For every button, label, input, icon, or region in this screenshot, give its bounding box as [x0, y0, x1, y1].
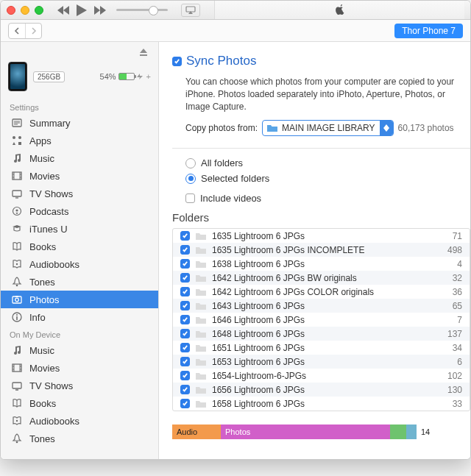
folder-row[interactable]: 1646 Lightroom 6 JPGs7: [173, 313, 470, 327]
folder-row[interactable]: 1635 Lightroom 6 JPGs INCOMPLETE498: [173, 243, 470, 257]
sidebar-item-books[interactable]: Books: [1, 238, 158, 255]
zoom-window-button[interactable]: [35, 6, 43, 15]
folder-count: 7: [442, 315, 462, 325]
sidebar-item-apps[interactable]: Apps: [1, 132, 158, 149]
apps-icon: [11, 135, 23, 146]
folder-row[interactable]: 1653 Lightroom 6 JPGs6: [173, 355, 470, 369]
sidebar-item-books[interactable]: Books: [1, 394, 158, 412]
folder-row[interactable]: 1658 Lightroom 6 JPGs33: [173, 397, 470, 411]
sidebar-item-info[interactable]: Info: [1, 308, 158, 326]
music-icon: [11, 152, 23, 164]
sidebar-item-label: Music: [29, 345, 54, 356]
sidebar-item-label: TV Shows: [29, 188, 73, 199]
sidebar-item-movies[interactable]: Movies: [1, 167, 158, 185]
folder-checkbox[interactable]: [180, 385, 190, 394]
folder-row[interactable]: 1635 Lightroom 6 JPGs71: [173, 229, 470, 243]
tones-icon: [11, 433, 23, 444]
folder-checkbox[interactable]: [180, 371, 190, 380]
folder-name: 1653 Lightroom 6 JPGs: [212, 357, 436, 367]
sidebar-item-summary[interactable]: Summary: [1, 114, 158, 132]
sidebar-item-tv-shows[interactable]: TV Shows: [1, 185, 158, 202]
itunesu-icon: [11, 223, 23, 235]
sidebar-item-music[interactable]: Music: [1, 341, 158, 359]
device-name-pill[interactable]: Thor Phone 7: [394, 24, 463, 38]
svg-rect-34: [15, 296, 18, 297]
nav-back-button[interactable]: [9, 24, 25, 38]
folder-count: 33: [442, 399, 462, 409]
source-popup[interactable]: MAIN IMAGE LIBRARY: [262, 120, 393, 136]
folder-name: 1646 Lightroom 6 JPGs: [212, 315, 436, 325]
svg-marker-3: [94, 6, 100, 15]
section-label-settings: Settings: [1, 99, 158, 114]
folder-row[interactable]: 1642 Lightroom 6 JPGs BW originals32: [173, 271, 470, 285]
airplay-button[interactable]: [181, 4, 200, 17]
folder-checkbox[interactable]: [180, 259, 190, 269]
folder-row[interactable]: 1654-Lightroom-6-JPGs102: [173, 369, 470, 383]
playback-controls: [57, 4, 200, 17]
folder-row[interactable]: 1638 Lightroom 6 JPGs4: [173, 257, 470, 271]
folder-checkbox[interactable]: [180, 315, 190, 324]
sidebar-item-photos[interactable]: Photos: [1, 291, 158, 308]
folder-checkbox[interactable]: [180, 329, 190, 338]
source-popup-label: MAIN IMAGE LIBRARY: [282, 123, 379, 133]
include-videos-checkbox[interactable]: [185, 193, 195, 203]
sidebar: 256GB 54% + Settings SummaryAppsMusicMov…: [1, 42, 159, 459]
folder-checkbox[interactable]: [180, 245, 190, 255]
folder-row[interactable]: 1643 Lightroom 6 JPGs65: [173, 299, 470, 313]
itunes-window: Thor Phone 7 256GB 54% + Settings Summar…: [0, 0, 471, 460]
folder-checkbox[interactable]: [180, 399, 190, 408]
close-window-button[interactable]: [7, 6, 15, 15]
sidebar-item-tones[interactable]: Tones: [1, 273, 158, 291]
sidebar-item-tones[interactable]: Tones: [1, 430, 158, 447]
svg-marker-51: [383, 128, 389, 132]
volume-slider[interactable]: [116, 9, 168, 11]
battery-icon: [118, 73, 135, 80]
sidebar-item-audiobooks[interactable]: Audiobooks: [1, 412, 158, 430]
folder-checkbox[interactable]: [180, 357, 190, 366]
apple-logo-icon: [334, 2, 346, 18]
nav-forward-button[interactable]: [25, 24, 41, 38]
movies-icon: [11, 362, 23, 374]
sidebar-item-podcasts[interactable]: Podcasts: [1, 202, 158, 220]
next-track-button[interactable]: [94, 6, 106, 15]
photo-count-label: 60,173 photos: [398, 123, 454, 133]
sidebar-item-itunes-u[interactable]: iTunes U: [1, 220, 158, 238]
folder-count: 6: [442, 357, 462, 367]
folder-icon: [195, 274, 207, 283]
folder-icon: [195, 399, 207, 408]
folder-count: 130: [442, 385, 462, 395]
folder-checkbox[interactable]: [180, 343, 190, 352]
selected-folders-row[interactable]: Selected folders: [185, 173, 470, 184]
folder-row[interactable]: 1656 Lightroom 6 JPGs130: [173, 383, 470, 397]
sidebar-item-label: Music: [29, 153, 54, 164]
folder-row[interactable]: 1648 Lightroom 6 JPGs137: [173, 327, 470, 341]
folder-row[interactable]: 1642 Lightroom 6 JPGs COLOR originals36: [173, 285, 470, 299]
sync-photos-checkbox[interactable]: [172, 57, 182, 66]
sidebar-item-tv-shows[interactable]: TV Shows: [1, 377, 158, 394]
sidebar-item-audiobooks[interactable]: Audiobooks: [1, 255, 158, 273]
play-button[interactable]: [77, 4, 87, 16]
folder-count: 137: [442, 329, 462, 339]
folder-checkbox[interactable]: [180, 287, 190, 296]
folder-checkbox[interactable]: [180, 231, 190, 241]
selected-folders-radio[interactable]: [185, 174, 196, 184]
sidebar-item-movies[interactable]: Movies: [1, 359, 158, 377]
minimize-window-button[interactable]: [21, 6, 29, 15]
folder-checkbox[interactable]: [180, 273, 190, 283]
sidebar-item-label: Podcasts: [29, 206, 68, 217]
folder-row[interactable]: 1651 Lightroom 6 JPGs34: [173, 341, 470, 355]
folder-icon: [195, 260, 207, 269]
sidebar-item-music[interactable]: Music: [1, 149, 158, 167]
svg-marker-0: [63, 6, 69, 15]
folders-heading: Folders: [172, 211, 470, 224]
all-folders-radio[interactable]: [185, 158, 196, 168]
eject-icon[interactable]: [139, 48, 148, 59]
svg-point-49: [16, 441, 18, 444]
folder-checkbox[interactable]: [180, 301, 190, 310]
svg-marker-7: [140, 49, 147, 53]
folders-list[interactable]: 1635 Lightroom 6 JPGs711635 Lightroom 6 …: [172, 228, 470, 411]
all-folders-row[interactable]: All folders: [185, 157, 470, 168]
include-videos-row[interactable]: Include videos: [185, 193, 470, 204]
secondary-toolbar: Thor Phone 7: [1, 20, 470, 42]
previous-track-button[interactable]: [57, 6, 69, 15]
